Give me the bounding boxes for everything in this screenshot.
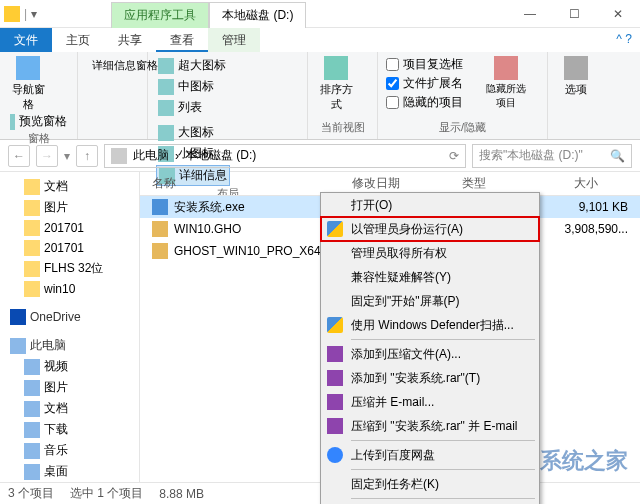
baidu-icon: [327, 447, 343, 463]
sidebar-item[interactable]: FLHS 32位: [0, 258, 139, 279]
nav-pane-button[interactable]: 导航窗格: [8, 56, 48, 112]
options-button[interactable]: 选项: [556, 56, 596, 97]
address-bar[interactable]: 此电脑 › 本地磁盘 (D:) ⟳: [104, 144, 466, 168]
rar-icon: [327, 394, 343, 410]
sidebar-item[interactable]: 文档: [0, 176, 139, 197]
context-menu-item[interactable]: 使用 Windows Defender扫描...: [321, 313, 539, 337]
folder-icon: [24, 261, 40, 277]
nav-forward-button[interactable]: →: [36, 145, 58, 167]
sidebar-item[interactable]: 201701: [0, 238, 139, 258]
shield-icon: [327, 221, 343, 237]
context-menu-item[interactable]: 管理员取得所有权: [321, 241, 539, 265]
folder-icon: [4, 6, 20, 22]
folder-icon: [24, 281, 40, 297]
folder-icon: [24, 200, 40, 216]
rar-icon: [327, 418, 343, 434]
context-menu-item[interactable]: 压缩并 E-mail...: [321, 390, 539, 414]
options-icon: [564, 56, 588, 80]
tab-file[interactable]: 文件: [0, 28, 52, 52]
folder-icon: [24, 359, 40, 375]
nav-back-button[interactable]: ←: [8, 145, 30, 167]
help-icon[interactable]: ^ ?: [608, 28, 640, 52]
qat-divider: |: [24, 7, 27, 21]
folder-icon: [24, 179, 40, 195]
folder-icon: [24, 380, 40, 396]
sort-button[interactable]: 排序方式: [316, 56, 356, 112]
context-menu-item[interactable]: 兼容性疑难解答(Y): [321, 265, 539, 289]
folder-icon: [24, 220, 40, 236]
layout-medium[interactable]: 中图标: [156, 77, 228, 96]
tab-home[interactable]: 主页: [52, 28, 104, 52]
sidebar-item[interactable]: win10: [0, 279, 139, 299]
sidebar-item[interactable]: 下载: [0, 419, 139, 440]
col-type[interactable]: 类型: [450, 175, 530, 192]
contextual-tab-apps[interactable]: 应用程序工具: [111, 2, 209, 28]
folder-icon: [24, 422, 40, 438]
drive-icon: [111, 148, 127, 164]
layout-list[interactable]: 列表: [156, 98, 228, 117]
file-icon: [152, 199, 168, 215]
hide-icon: [494, 56, 518, 80]
rar-icon: [327, 370, 343, 386]
sidebar-onedrive[interactable]: OneDrive: [0, 307, 139, 327]
rar-icon: [327, 346, 343, 362]
preview-pane-button[interactable]: 预览窗格: [8, 112, 69, 131]
qat-dropdown-icon[interactable]: ▾: [31, 7, 37, 21]
maximize-button[interactable]: ☐: [552, 0, 596, 28]
context-menu-item[interactable]: 固定到"开始"屏幕(P): [321, 289, 539, 313]
refresh-icon[interactable]: ⟳: [449, 149, 459, 163]
minimize-button[interactable]: —: [508, 0, 552, 28]
context-menu-item[interactable]: 上传到百度网盘: [321, 443, 539, 467]
sidebar-item[interactable]: 视频: [0, 356, 139, 377]
nav-pane-icon: [16, 56, 40, 80]
folder-icon: [24, 240, 40, 256]
status-count: 3 个项目: [8, 485, 54, 502]
search-icon: 🔍: [610, 149, 625, 163]
folder-icon: [24, 464, 40, 480]
sidebar-item[interactable]: 音乐: [0, 440, 139, 461]
sidebar-item[interactable]: 图片: [0, 377, 139, 398]
tab-manage[interactable]: 管理: [208, 28, 260, 52]
status-size: 8.88 MB: [159, 487, 204, 501]
tab-view[interactable]: 查看: [156, 28, 208, 52]
tab-share[interactable]: 共享: [104, 28, 156, 52]
close-button[interactable]: ✕: [596, 0, 640, 28]
folder-icon: [24, 401, 40, 417]
col-date[interactable]: 修改日期: [340, 175, 450, 192]
title-drive: 本地磁盘 (D:): [209, 2, 306, 28]
details-pane-button[interactable]: 详细信息窗格: [86, 56, 139, 74]
search-input[interactable]: 搜索"本地磁盘 (D:)" 🔍: [472, 144, 632, 168]
col-size[interactable]: 大小: [530, 175, 610, 192]
col-name[interactable]: 名称: [140, 175, 340, 192]
file-icon: [152, 243, 168, 259]
nav-up-button[interactable]: ↑: [76, 145, 98, 167]
hide-selected-button[interactable]: 隐藏所选项目: [486, 56, 526, 110]
sort-icon: [324, 56, 348, 80]
sidebar-item[interactable]: 文档: [0, 398, 139, 419]
context-menu-item[interactable]: 压缩到 "安装系统.rar" 并 E-mail: [321, 414, 539, 438]
layout-large[interactable]: 大图标: [156, 123, 230, 142]
folder-icon: [24, 443, 40, 459]
shield-icon: [327, 317, 343, 333]
layout-extra-large[interactable]: 超大图标: [156, 56, 228, 75]
context-menu-item[interactable]: 添加到 "安装系统.rar"(T): [321, 366, 539, 390]
context-menu: 打开(O)以管理员身份运行(A)管理员取得所有权兼容性疑难解答(Y)固定到"开始…: [320, 192, 540, 504]
nav-tree[interactable]: 文档图片201701201701FLHS 32位win10 OneDrive 此…: [0, 172, 140, 482]
sidebar-item[interactable]: 桌面: [0, 461, 139, 482]
context-menu-item[interactable]: 以管理员身份运行(A): [321, 217, 539, 241]
context-menu-item[interactable]: 打开(O): [321, 193, 539, 217]
status-selected: 选中 1 个项目: [70, 485, 143, 502]
nav-recent-icon[interactable]: ▾: [64, 149, 70, 163]
file-icon: [152, 221, 168, 237]
sidebar-this-pc[interactable]: 此电脑: [0, 335, 139, 356]
sidebar-item[interactable]: 图片: [0, 197, 139, 218]
context-menu-item[interactable]: 固定到任务栏(K): [321, 472, 539, 496]
context-menu-item[interactable]: 添加到压缩文件(A)...: [321, 342, 539, 366]
breadcrumb-drive[interactable]: 本地磁盘 (D:): [185, 147, 256, 164]
breadcrumb-this-pc[interactable]: 此电脑: [133, 147, 169, 164]
sidebar-item[interactable]: 201701: [0, 218, 139, 238]
